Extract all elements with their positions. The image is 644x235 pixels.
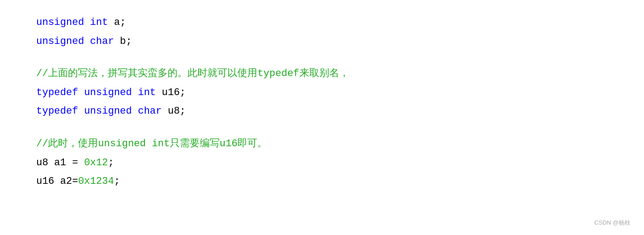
code-line-1: unsigned int a; xyxy=(36,14,608,32)
code-line-7: u8 a1 = 0x12; xyxy=(36,154,608,172)
keyword-typedef-2: typedef xyxy=(36,106,84,117)
keyword-unsigned-1: unsigned xyxy=(36,17,90,28)
code-line-3: //上面的写法，拼写其实蛮多的。此时就可以使用typedef来取别名， xyxy=(36,65,608,83)
value-0x1234: 0x1234 xyxy=(78,176,114,187)
keyword-unsigned-2: unsigned xyxy=(36,36,90,47)
code-line-2: unsigned char b; xyxy=(36,33,608,51)
keyword-int-2: int xyxy=(138,87,156,98)
keyword-typedef-1: typedef xyxy=(36,87,84,98)
semicolon-1: ; xyxy=(108,157,114,168)
comment-1: //上面的写法，拼写其实蛮多的。此时就可以使用typedef来取别名， xyxy=(36,68,349,79)
keyword-unsigned-4: unsigned xyxy=(84,106,138,117)
value-0x12: 0x12 xyxy=(84,157,108,168)
empty-line-2 xyxy=(36,121,608,135)
code-block: unsigned int a; unsigned char b; //上面的写法… xyxy=(0,0,644,205)
typedef-u16: u16; xyxy=(156,87,186,98)
code-line-6: //此时，使用unsigned int只需要编写u16即可。 xyxy=(36,135,608,153)
code-line-8: u16 a2=0x1234; xyxy=(36,173,608,191)
comment-2: //此时，使用unsigned int只需要编写u16即可。 xyxy=(36,138,267,149)
empty-line-1 xyxy=(36,51,608,65)
keyword-char-2: char xyxy=(138,106,162,117)
var-b: b; xyxy=(114,36,132,47)
var-a: a; xyxy=(108,17,126,28)
code-line-5: typedef unsigned char u8; xyxy=(36,102,608,120)
var-a2-prefix: u16 a2= xyxy=(36,176,78,187)
typedef-u8: u8; xyxy=(162,106,186,117)
semicolon-2: ; xyxy=(114,176,120,187)
watermark: CSDN @杨枝 xyxy=(594,219,630,227)
keyword-int-1: int xyxy=(90,17,108,28)
keyword-char-1: char xyxy=(90,36,114,47)
keyword-unsigned-3: unsigned xyxy=(84,87,138,98)
var-a1-prefix: u8 a1 = xyxy=(36,157,84,168)
code-line-4: typedef unsigned int u16; xyxy=(36,84,608,102)
